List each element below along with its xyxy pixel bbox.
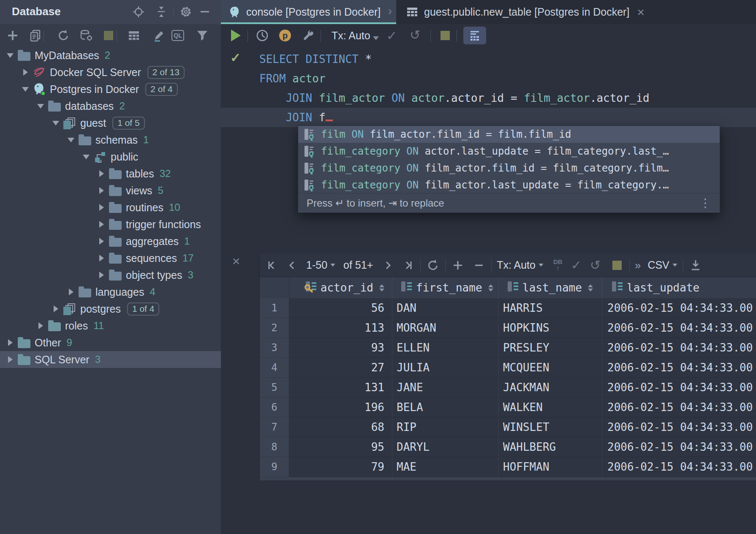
chevron-collapsed-icon[interactable] [6,339,14,346]
tree-item-sql-server[interactable]: SQL Server3 [0,351,221,368]
cell-actor_id[interactable]: 27 [289,358,392,378]
cell-last_name[interactable]: HOFFMAN [499,457,602,477]
stop-icon[interactable] [102,29,115,42]
refresh-icon[interactable] [57,29,70,42]
cell-last_update[interactable]: 2006-02-15 04:34:33.00 [602,457,756,477]
chevron-expanded-icon[interactable] [6,52,14,59]
next-page-icon[interactable] [381,258,395,272]
more-chevrons-icon[interactable]: » [635,260,641,271]
data-view-icon[interactable] [128,29,140,42]
chevron-collapsed-icon[interactable] [97,170,106,177]
tree-item-languages[interactable]: languages4 [0,283,221,300]
chevron-collapsed-icon[interactable] [97,204,106,211]
completion-item[interactable]: film_category ON film_actor.film_id = fi… [298,160,720,177]
tree-item-docker-sql-server[interactable]: Docker SQL Server2 of 13 [0,64,221,81]
tree-item-databases[interactable]: databases2 [0,98,221,114]
column-header-first_name[interactable]: first_name [392,277,499,298]
tree-item-routines[interactable]: routines10 [0,199,221,216]
row-number[interactable]: 7 [260,417,289,437]
cell-first_name[interactable]: RIP [392,417,499,437]
console-icon[interactable]: QL [171,29,184,42]
gear-icon[interactable] [179,5,192,18]
chevron-collapsed-icon[interactable] [97,187,106,194]
tree-item-other[interactable]: Other9 [0,334,221,351]
completion-item[interactable]: film_category ON film_actor.last_update … [298,177,720,193]
tx-mode-label[interactable]: Tx: Auto [497,259,536,271]
tab-new-table[interactable]: guest.public.new_table [Postgres in Dock… [405,0,645,24]
commit-icon[interactable]: ✓ [386,30,397,42]
chevron-down-icon[interactable] [370,32,382,44]
code-line[interactable]: JOIN f [221,108,756,127]
column-header-last_update[interactable]: last_update [602,277,756,298]
tree-item-roles[interactable]: roles11 [0,317,221,334]
cell-last_name[interactable]: HARRIS [499,298,602,318]
sort-icon[interactable] [488,284,493,292]
tree-item-views[interactable]: views5 [0,182,221,199]
last-page-icon[interactable] [401,258,415,272]
cell-actor_id[interactable]: 113 [289,318,392,338]
rollback-icon[interactable]: ↺ [590,259,601,272]
cell-last_name[interactable]: PRESLEY [499,338,602,358]
row-number[interactable]: 6 [260,398,289,417]
tab-overflow-chevron[interactable]: › [388,4,392,18]
chevron-collapsed-icon[interactable] [97,221,106,228]
cell-actor_id[interactable]: 79 [289,457,392,477]
download-icon[interactable] [688,258,703,272]
completion-item[interactable]: film ON film_actor.film_id = film.film_i… [298,126,720,143]
cell-first_name[interactable]: JANE [392,378,499,398]
chevron-expanded-icon[interactable] [21,86,30,93]
locate-icon[interactable] [132,5,145,18]
cell-actor_id[interactable]: 95 [289,437,392,457]
chevron-collapsed-icon[interactable] [21,69,30,76]
cell-actor_id[interactable]: 93 [289,338,392,358]
cell-actor_id[interactable]: 68 [289,417,392,437]
chevron-collapsed-icon[interactable] [97,272,106,278]
cell-first_name[interactable]: JULIA [392,358,499,378]
chevron-collapsed-icon[interactable] [52,305,60,312]
cell-last_name[interactable]: JACKMAN [499,378,602,398]
commit-icon[interactable]: ✓ [571,259,582,272]
kebab-menu-icon[interactable]: ⋮ [699,196,711,210]
row-number[interactable]: 1 [260,298,289,318]
chevron-collapsed-icon[interactable] [97,255,106,262]
code-line[interactable]: SELECT DISTINCT * [221,49,756,69]
chevron-collapsed-icon[interactable] [36,322,45,329]
filter-icon[interactable] [196,29,209,42]
cell-last_update[interactable]: 2006-02-15 04:34:33.00 [602,378,756,398]
cell-actor_id[interactable]: 131 [289,378,392,398]
chevron-expanded-icon[interactable] [67,136,75,143]
chevron-expanded-icon[interactable] [36,103,45,109]
edit-icon[interactable] [153,29,166,42]
close-results-icon[interactable]: × [228,253,244,269]
export-format-label[interactable]: CSV [647,259,669,271]
tree-item-sequences[interactable]: sequences17 [0,250,221,267]
cell-first_name[interactable]: DAN [392,298,499,318]
cell-last_update[interactable]: 2006-02-15 04:34:33.00 [602,417,756,437]
tree-item-tables[interactable]: tables32 [0,165,221,182]
submit-db-icon[interactable]: DB↑ [553,259,563,272]
refresh-icon[interactable] [426,258,440,272]
row-number[interactable]: 5 [260,378,289,398]
chevron-collapsed-icon[interactable] [6,356,14,363]
cell-first_name[interactable]: MORGAN [392,318,499,338]
db-settings-icon[interactable] [79,29,92,42]
code-line[interactable]: FROM actor [221,69,756,88]
cell-actor_id[interactable]: 56 [289,298,392,318]
hscrollbar[interactable] [260,477,756,480]
cell-first_name[interactable]: DARYL [392,437,499,457]
row-number[interactable]: 3 [260,338,289,358]
chevron-expanded-icon[interactable] [52,120,60,126]
chevron-down-icon[interactable] [330,264,335,267]
cell-last_update[interactable]: 2006-02-15 04:34:33.00 [602,358,756,378]
tree-item-guest[interactable]: guest1 of 5 [0,114,221,131]
chevron-down-icon[interactable] [538,264,543,267]
sort-icon[interactable] [588,284,593,292]
cell-first_name[interactable]: ELLEN [392,338,499,358]
cell-last_name[interactable]: HOPKINS [499,318,602,338]
sql-editor[interactable]: ✓ SELECT DISTINCT *FROM actor JOIN film_… [221,47,756,253]
rollback-icon[interactable]: ↺ [410,29,420,41]
cell-last_name[interactable]: WALKEN [499,398,602,417]
inout-panel-icon[interactable] [463,27,486,44]
cell-last_update[interactable]: 2006-02-15 04:34:33.00 [602,298,756,318]
sort-icon[interactable] [379,284,384,292]
